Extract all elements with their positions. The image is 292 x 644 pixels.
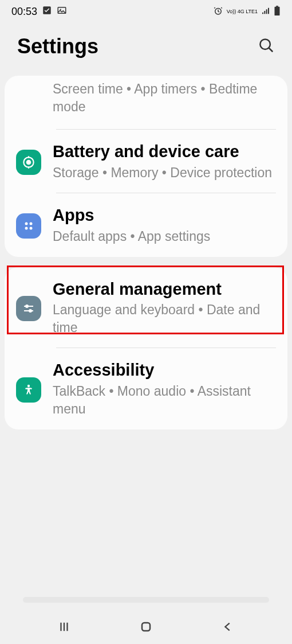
- item-title: Accessibility: [53, 360, 276, 381]
- status-left: 00:53: [11, 5, 67, 18]
- settings-header: Settings: [0, 23, 292, 76]
- battery-icon: [274, 6, 281, 18]
- svg-point-12: [30, 227, 33, 230]
- status-bar: 00:53 Vo)) 4G LTE1: [0, 0, 292, 23]
- home-icon: [139, 620, 153, 634]
- signal-icon: [261, 6, 270, 17]
- svg-point-13: [26, 305, 28, 307]
- item-content: Screen time • App timers • Bedtime mode: [53, 80, 276, 116]
- status-time: 00:53: [11, 6, 37, 18]
- alarm-icon: [213, 6, 223, 18]
- item-content: Accessibility TalkBack • Mono audio • As…: [53, 360, 276, 418]
- apps-icon: [16, 213, 41, 239]
- svg-rect-5: [276, 6, 278, 7]
- svg-point-10: [30, 223, 33, 225]
- item-subtitle: Screen time • App timers • Bedtime mode: [53, 80, 276, 116]
- item-subtitle: Default apps • App settings: [53, 228, 276, 245]
- svg-rect-4: [275, 6, 280, 15]
- nav-home-button[interactable]: [137, 618, 155, 635]
- svg-point-6: [260, 39, 270, 49]
- accessibility-icon: [16, 377, 41, 403]
- svg-point-15: [27, 385, 30, 387]
- settings-item-battery-device-care[interactable]: Battery and device care Storage • Memory…: [5, 130, 287, 193]
- sliders-icon: [16, 296, 41, 321]
- nav-back-button[interactable]: [219, 618, 236, 635]
- item-subtitle: Language and keyboard • Date and time: [53, 301, 276, 337]
- svg-rect-16: [142, 623, 150, 631]
- search-icon: [258, 37, 275, 54]
- item-content: Battery and device care Storage • Memory…: [53, 141, 276, 182]
- settings-item-general-management[interactable]: General management Language and keyboard…: [5, 267, 287, 349]
- nav-recents-button[interactable]: [56, 618, 73, 635]
- settings-card: Screen time • App timers • Bedtime mode …: [5, 76, 287, 257]
- item-title: Apps: [53, 205, 276, 227]
- item-title: Battery and device care: [53, 141, 276, 163]
- search-button[interactable]: [258, 37, 275, 56]
- scroll-indicator[interactable]: [23, 597, 269, 603]
- settings-card: General management Language and keyboard…: [5, 267, 287, 430]
- item-subtitle: TalkBack • Mono audio • Assistant menu: [53, 383, 276, 418]
- svg-point-14: [29, 310, 31, 312]
- svg-point-11: [25, 227, 28, 230]
- item-subtitle: Storage • Memory • Device protection: [53, 164, 276, 182]
- digital-wellbeing-icon-placeholder: [16, 80, 41, 106]
- settings-item-accessibility[interactable]: Accessibility TalkBack • Mono audio • As…: [5, 348, 287, 430]
- svg-point-9: [25, 223, 28, 225]
- back-icon: [222, 620, 234, 633]
- page-title: Settings: [17, 34, 98, 58]
- svg-point-8: [27, 161, 31, 165]
- device-care-icon: [16, 150, 41, 175]
- checkbox-status-icon: [42, 5, 52, 18]
- status-right: Vo)) 4G LTE1: [213, 6, 281, 18]
- settings-item-digital-wellbeing[interactable]: Screen time • App timers • Bedtime mode: [5, 76, 287, 130]
- image-status-icon: [57, 5, 67, 18]
- network-label: Vo)) 4G LTE1: [227, 9, 258, 14]
- item-title: General management: [53, 279, 276, 300]
- item-content: General management Language and keyboard…: [53, 279, 276, 337]
- navigation-bar: [0, 610, 292, 644]
- item-content: Apps Default apps • App settings: [53, 205, 276, 245]
- settings-item-apps[interactable]: Apps Default apps • App settings: [5, 193, 287, 257]
- recents-icon: [58, 620, 70, 633]
